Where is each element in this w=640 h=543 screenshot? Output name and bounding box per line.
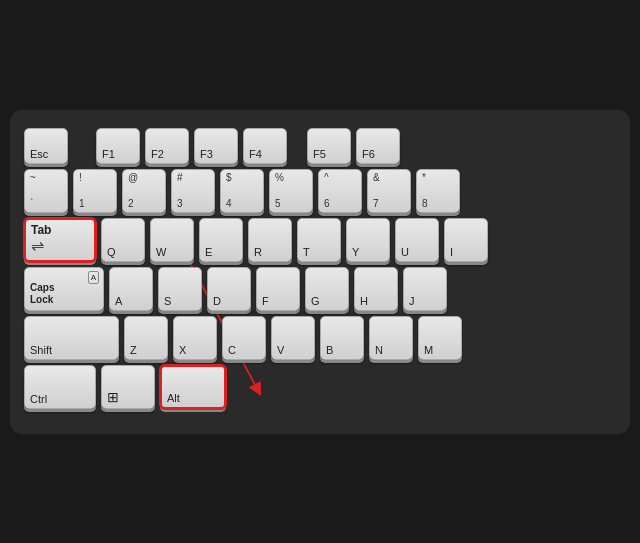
- x-key[interactable]: X: [173, 316, 217, 360]
- tab-key[interactable]: Tab ⇌: [24, 218, 96, 262]
- caps-lock-key[interactable]: CapsLock A: [24, 267, 104, 311]
- n-label: N: [375, 345, 383, 356]
- n-key[interactable]: N: [369, 316, 413, 360]
- f6-key[interactable]: F6: [356, 128, 400, 164]
- f3-key[interactable]: F3: [194, 128, 238, 164]
- alt-key[interactable]: Alt: [160, 365, 226, 409]
- a-key[interactable]: A: [109, 267, 153, 311]
- esc-label: Esc: [30, 149, 48, 160]
- 2-key[interactable]: @ 2: [122, 169, 166, 213]
- asdf-row: CapsLock A A S D F G H J: [24, 267, 616, 311]
- q-label: Q: [107, 247, 116, 258]
- shift-label: Shift: [30, 345, 52, 356]
- f1-key[interactable]: F1: [96, 128, 140, 164]
- q-key[interactable]: Q: [101, 218, 145, 262]
- h-key[interactable]: H: [354, 267, 398, 311]
- shift-key[interactable]: Shift: [24, 316, 119, 360]
- f4-label: F4: [249, 149, 262, 160]
- 8-key[interactable]: * 8: [416, 169, 460, 213]
- t-label: T: [303, 247, 310, 258]
- 4-key[interactable]: $ 4: [220, 169, 264, 213]
- w-label: W: [156, 247, 166, 258]
- win-key[interactable]: ⊞: [101, 365, 155, 409]
- i-label: I: [450, 247, 453, 258]
- j-key[interactable]: J: [403, 267, 447, 311]
- r-label: R: [254, 247, 262, 258]
- number-row: ~ ` ! 1 @ 2 # 3 $ 4 % 5 ^ 6 & 7: [24, 169, 616, 213]
- z-label: Z: [130, 345, 137, 356]
- f5-key[interactable]: F5: [307, 128, 351, 164]
- y-key[interactable]: Y: [346, 218, 390, 262]
- a-label: A: [115, 296, 122, 307]
- n8-bottom: 8: [422, 199, 428, 209]
- f6-label: F6: [362, 149, 375, 160]
- z-key[interactable]: Z: [124, 316, 168, 360]
- m-label: M: [424, 345, 433, 356]
- n7-top: &: [373, 173, 380, 183]
- f3-label: F3: [200, 149, 213, 160]
- 1-key[interactable]: ! 1: [73, 169, 117, 213]
- w-key[interactable]: W: [150, 218, 194, 262]
- f2-label: F2: [151, 149, 164, 160]
- s-label: S: [164, 296, 171, 307]
- tilde-bottom: `: [30, 199, 33, 209]
- f-key[interactable]: F: [256, 267, 300, 311]
- tab-arrows-icon: ⇌: [31, 236, 44, 255]
- j-label: J: [409, 296, 415, 307]
- tab-label: Tab: [31, 224, 51, 236]
- u-key[interactable]: U: [395, 218, 439, 262]
- f1-label: F1: [102, 149, 115, 160]
- keyboard: Esc F1 F2 F3 F4 F5 F6 ~ ` ! 1: [10, 110, 630, 434]
- caps-lock-indicator-icon: A: [88, 271, 99, 284]
- windows-logo-icon: ⊞: [107, 389, 119, 405]
- n2-bottom: 2: [128, 199, 134, 209]
- 3-key[interactable]: # 3: [171, 169, 215, 213]
- f2-key[interactable]: F2: [145, 128, 189, 164]
- esc-key[interactable]: Esc: [24, 128, 68, 164]
- n4-top: $: [226, 173, 232, 183]
- f-label: F: [262, 296, 269, 307]
- n4-bottom: 4: [226, 199, 232, 209]
- f4-key[interactable]: F4: [243, 128, 287, 164]
- t-key[interactable]: T: [297, 218, 341, 262]
- 6-key[interactable]: ^ 6: [318, 169, 362, 213]
- n5-bottom: 5: [275, 199, 281, 209]
- s-key[interactable]: S: [158, 267, 202, 311]
- v-key[interactable]: V: [271, 316, 315, 360]
- v-label: V: [277, 345, 284, 356]
- e-label: E: [205, 247, 212, 258]
- qwerty-row: Tab ⇌ Q W E R T Y U I: [24, 218, 616, 262]
- 5-key[interactable]: % 5: [269, 169, 313, 213]
- n6-bottom: 6: [324, 199, 330, 209]
- c-label: C: [228, 345, 236, 356]
- c-key[interactable]: C: [222, 316, 266, 360]
- 7-key[interactable]: & 7: [367, 169, 411, 213]
- n3-top: #: [177, 173, 183, 183]
- n3-bottom: 3: [177, 199, 183, 209]
- x-label: X: [179, 345, 186, 356]
- m-key[interactable]: M: [418, 316, 462, 360]
- u-label: U: [401, 247, 409, 258]
- n6-top: ^: [324, 173, 329, 183]
- i-key[interactable]: I: [444, 218, 488, 262]
- g-label: G: [311, 296, 320, 307]
- r-key[interactable]: R: [248, 218, 292, 262]
- b-key[interactable]: B: [320, 316, 364, 360]
- n1-top: !: [79, 173, 82, 183]
- fn-row: Esc F1 F2 F3 F4 F5 F6: [24, 128, 616, 164]
- g-key[interactable]: G: [305, 267, 349, 311]
- ctrl-key[interactable]: Ctrl: [24, 365, 96, 409]
- bottom-row: Ctrl ⊞ Alt: [24, 365, 616, 409]
- ctrl-label: Ctrl: [30, 394, 47, 405]
- e-key[interactable]: E: [199, 218, 243, 262]
- tilde-top: ~: [30, 173, 36, 183]
- tilde-key[interactable]: ~ `: [24, 169, 68, 213]
- n7-bottom: 7: [373, 199, 379, 209]
- b-label: B: [326, 345, 333, 356]
- caps-lock-label: CapsLock: [30, 282, 54, 306]
- zxcv-row: Shift Z X C V B N M: [24, 316, 616, 360]
- d-key[interactable]: D: [207, 267, 251, 311]
- h-label: H: [360, 296, 368, 307]
- d-label: D: [213, 296, 221, 307]
- n5-top: %: [275, 173, 284, 183]
